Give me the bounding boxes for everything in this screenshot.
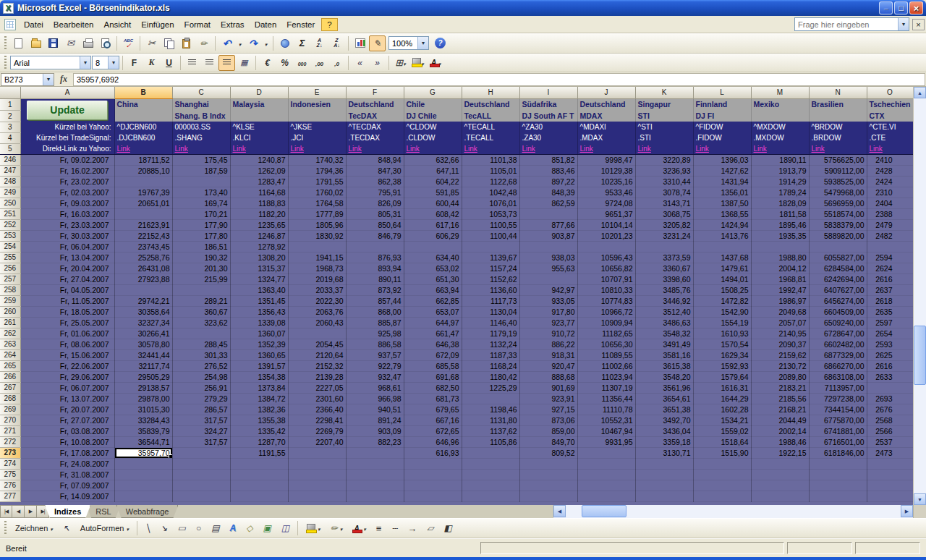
data-cell[interactable]: 301,33 bbox=[172, 349, 230, 360]
row-header-262[interactable]: 262 bbox=[0, 328, 20, 339]
column-header-J[interactable]: J bbox=[577, 87, 635, 98]
data-cell[interactable]: 647,11 bbox=[404, 165, 462, 176]
data-cell[interactable]: 617,16 bbox=[404, 219, 462, 230]
data-cell[interactable]: 175,45 bbox=[172, 154, 230, 165]
row-header-273[interactable]: 273 bbox=[0, 447, 20, 458]
open-button[interactable] bbox=[27, 35, 44, 51]
data-cell[interactable]: 1895,46 bbox=[751, 219, 809, 230]
data-cell[interactable]: 35839,79 bbox=[114, 425, 172, 436]
row-header-1[interactable]: 1 bbox=[0, 98, 20, 110]
data-cell[interactable]: 3220,89 bbox=[635, 154, 693, 165]
data-cell[interactable]: 1968,73 bbox=[288, 263, 346, 273]
data-cell[interactable]: 646,96 bbox=[404, 436, 462, 447]
data-cell[interactable]: 826,09 bbox=[346, 198, 404, 208]
data-cell[interactable]: 966,98 bbox=[346, 393, 404, 404]
data-cell[interactable]: 30578,80 bbox=[114, 339, 172, 349]
data-cell[interactable]: 890,11 bbox=[346, 273, 404, 284]
data-cell[interactable]: 1157,24 bbox=[462, 263, 519, 273]
data-cell[interactable]: 2054,45 bbox=[288, 339, 346, 349]
country-cell[interactable]: Südafrika bbox=[519, 98, 577, 110]
selected-cell-B273[interactable]: 35957,70 bbox=[114, 447, 172, 458]
data-cell[interactable]: 2410 bbox=[867, 154, 913, 165]
data-cell[interactable]: 1105,01 bbox=[462, 165, 519, 176]
align-left-button[interactable] bbox=[184, 55, 200, 71]
data-cell[interactable]: 3491,49 bbox=[635, 339, 693, 349]
data-cell[interactable]: 1592,93 bbox=[693, 360, 751, 371]
data-cell[interactable]: 256,91 bbox=[172, 382, 230, 393]
row-header-4[interactable]: 4 bbox=[0, 132, 20, 143]
currency-button[interactable] bbox=[259, 55, 276, 71]
data-cell[interactable]: 2424 bbox=[867, 176, 913, 187]
data-cell[interactable]: 11182,65 bbox=[577, 328, 635, 339]
data-cell[interactable]: 10656,30 bbox=[577, 339, 635, 349]
data-cell[interactable]: 2022,30 bbox=[288, 295, 346, 306]
data-cell[interactable] bbox=[751, 469, 809, 480]
tradesignal-symbol-cell[interactable]: .SHANG bbox=[172, 132, 230, 143]
draw-menu-button[interactable]: Zeichnen bbox=[11, 521, 57, 536]
data-cell[interactable]: 1935,35 bbox=[751, 230, 809, 241]
column-header-G[interactable]: G bbox=[404, 87, 462, 98]
date-cell[interactable]: Fr, 15.06.2007 bbox=[20, 349, 114, 360]
date-cell[interactable]: Fr, 07.09.2007 bbox=[20, 480, 114, 491]
data-cell[interactable]: 1076,01 bbox=[462, 198, 519, 208]
column-header-O[interactable]: O bbox=[867, 87, 913, 98]
date-cell[interactable]: Fr, 24.08.2007 bbox=[20, 458, 114, 469]
increase-decimal-button[interactable] bbox=[311, 55, 328, 71]
data-cell[interactable]: 1315,37 bbox=[230, 263, 288, 273]
update-button[interactable]: Update bbox=[27, 101, 108, 120]
data-cell[interactable]: 2089,80 bbox=[751, 371, 809, 382]
data-cell[interactable]: 3130,71 bbox=[635, 447, 693, 458]
data-cell[interactable] bbox=[172, 328, 230, 339]
country-cell[interactable]: Malaysia bbox=[230, 98, 288, 110]
data-cell[interactable] bbox=[172, 480, 230, 491]
data-cell[interactable]: 849,70 bbox=[519, 436, 577, 447]
date-cell[interactable]: Fr, 20.04.2007 bbox=[20, 263, 114, 273]
data-cell[interactable]: 1105,86 bbox=[462, 436, 519, 447]
decrease-indent-button[interactable] bbox=[352, 55, 368, 71]
data-cell[interactable] bbox=[867, 480, 913, 491]
redo-dropdown[interactable] bbox=[262, 35, 270, 51]
data-cell[interactable]: 36544,71 bbox=[114, 436, 172, 447]
menu-extras[interactable]: Extras bbox=[216, 18, 250, 31]
data-cell[interactable]: 286,57 bbox=[172, 404, 230, 415]
data-cell[interactable]: 2301,60 bbox=[288, 393, 346, 404]
data-cell[interactable]: 6741881,00 bbox=[809, 425, 867, 436]
data-cell[interactable]: 6604509,00 bbox=[809, 306, 867, 317]
data-cell[interactable]: 3651,38 bbox=[635, 404, 693, 415]
rectangle-tool-button[interactable] bbox=[174, 521, 190, 536]
data-cell[interactable]: 862,38 bbox=[346, 176, 404, 187]
data-cell[interactable]: 1644,29 bbox=[693, 393, 751, 404]
save-button[interactable] bbox=[45, 35, 61, 51]
data-cell[interactable] bbox=[867, 382, 913, 393]
row-header-254[interactable]: 254 bbox=[0, 241, 20, 252]
data-cell[interactable]: 2185,56 bbox=[751, 393, 809, 404]
data-cell[interactable] bbox=[114, 208, 172, 219]
data-cell[interactable]: 6284584,00 bbox=[809, 263, 867, 273]
yahoo-link[interactable]: Link bbox=[115, 145, 130, 153]
data-cell[interactable]: 847,30 bbox=[346, 165, 404, 176]
data-cell[interactable]: 1830,92 bbox=[288, 230, 346, 241]
data-cell[interactable]: 859,00 bbox=[519, 425, 577, 436]
yahoo-symbol-cell[interactable]: ^DJCBN600 bbox=[114, 122, 172, 132]
scroll-down-arrow[interactable] bbox=[914, 493, 926, 505]
data-cell[interactable]: 1373,84 bbox=[230, 382, 288, 393]
data-cell[interactable]: 1922,15 bbox=[751, 447, 809, 458]
data-cell[interactable]: 2004,12 bbox=[751, 263, 809, 273]
country-cell[interactable]: Mexiko bbox=[751, 98, 809, 110]
data-cell[interactable]: 2479 bbox=[867, 219, 913, 230]
data-cell[interactable]: 940,51 bbox=[346, 404, 404, 415]
data-cell[interactable]: 918,31 bbox=[519, 349, 577, 360]
decrease-decimal-button[interactable] bbox=[328, 55, 345, 71]
data-cell[interactable] bbox=[577, 458, 635, 469]
data-cell[interactable]: 2568 bbox=[867, 415, 913, 425]
data-cell[interactable]: 591,85 bbox=[404, 187, 462, 198]
yahoo-link[interactable]: Link bbox=[636, 145, 651, 153]
row-header-277[interactable]: 277 bbox=[0, 491, 20, 501]
row-header-264[interactable]: 264 bbox=[0, 349, 20, 360]
data-cell[interactable]: 1610,93 bbox=[693, 328, 751, 339]
zoom-dropdown-icon[interactable] bbox=[417, 37, 428, 49]
increase-indent-button[interactable] bbox=[369, 55, 386, 71]
yahoo-link[interactable]: Link bbox=[578, 145, 593, 153]
scroll-up-arrow[interactable] bbox=[914, 87, 926, 98]
data-cell[interactable]: 3446,92 bbox=[635, 295, 693, 306]
